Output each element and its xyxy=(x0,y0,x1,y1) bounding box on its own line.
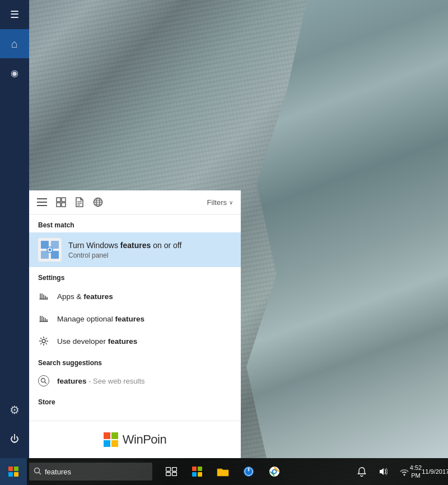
panel-web-icon[interactable] xyxy=(93,197,103,207)
suggestion-text: features - See web results xyxy=(57,377,145,385)
svg-line-38 xyxy=(40,338,41,339)
winpoin-squares-icon xyxy=(104,432,118,447)
svg-line-41 xyxy=(40,343,41,344)
best-match-text: Turn Windows features on or off Control … xyxy=(68,240,232,259)
taskbar-search-icon xyxy=(34,467,41,477)
svg-point-20 xyxy=(49,249,52,251)
manage-optional-text: Manage optional features xyxy=(57,315,144,323)
best-match-subtitle: Control panel xyxy=(68,251,232,259)
winpoin-logo: WinPoin xyxy=(104,432,166,447)
svg-point-42 xyxy=(41,379,45,383)
svg-rect-48 xyxy=(166,473,171,476)
panel-doc-icon[interactable] xyxy=(75,197,84,207)
sidebar-item-home[interactable]: ⌂ xyxy=(0,29,29,58)
taskbar-app2-button[interactable] xyxy=(236,458,261,485)
developer-icon xyxy=(38,335,49,347)
apps-features-text: Apps & features xyxy=(57,292,113,301)
settings-item-developer[interactable]: Use developer features xyxy=(29,330,241,352)
panel-menu-icon[interactable] xyxy=(37,198,47,206)
panel-branding: WinPoin xyxy=(29,421,241,458)
svg-rect-53 xyxy=(198,472,202,477)
best-match-label: Best match xyxy=(29,214,241,232)
svg-rect-0 xyxy=(37,198,47,199)
best-match-item[interactable]: Turn Windows features on or off Control … xyxy=(29,232,241,267)
taskbar-search-box[interactable] xyxy=(29,463,152,481)
svg-rect-51 xyxy=(198,467,202,471)
winpoin-text: WinPoin xyxy=(123,432,166,447)
suggestion-item-features[interactable]: features - See web results xyxy=(29,370,241,391)
panel-topbar: Filters ∨ xyxy=(29,190,241,214)
hamburger-button[interactable]: ☰ xyxy=(0,0,29,29)
svg-rect-46 xyxy=(166,468,171,472)
sidebar-item-account[interactable]: ◉ xyxy=(0,58,29,87)
panel-mystuff-icon[interactable] xyxy=(56,197,66,207)
taskbar: 4:52 PM 11/9/2017 xyxy=(0,458,448,485)
task-view-button[interactable] xyxy=(159,458,184,485)
sidebar-item-power[interactable]: ⏻ xyxy=(0,425,29,454)
start-button[interactable] xyxy=(0,458,27,485)
best-match-title: Turn Windows features on or off xyxy=(68,240,232,250)
settings-item-apps-features[interactable]: Apps & features xyxy=(29,285,241,307)
svg-rect-6 xyxy=(62,203,66,207)
svg-rect-15 xyxy=(41,241,49,249)
home-icon: ⌂ xyxy=(11,38,18,50)
svg-line-40 xyxy=(46,338,47,339)
svg-rect-47 xyxy=(172,468,177,472)
store-section-label: Store xyxy=(29,391,241,409)
title-suffix: on or off xyxy=(151,241,181,250)
svg-rect-17 xyxy=(41,251,49,259)
best-match-icon xyxy=(38,238,62,262)
title-bold: features xyxy=(120,241,151,250)
search-panel: Filters ∨ Best match xyxy=(29,190,241,458)
svg-rect-52 xyxy=(192,472,197,477)
taskbar-icons xyxy=(159,458,352,485)
svg-rect-18 xyxy=(51,251,59,259)
svg-rect-49 xyxy=(172,473,177,476)
sidebar-item-settings[interactable]: ⚙ xyxy=(0,395,29,425)
filters-button[interactable]: Filters ∨ xyxy=(207,198,233,207)
taskbar-folder-button[interactable] xyxy=(211,458,235,485)
svg-rect-5 xyxy=(57,203,60,207)
svg-rect-1 xyxy=(37,202,47,203)
svg-rect-4 xyxy=(62,198,66,202)
taskbar-tray: 4:52 PM 11/9/2017 xyxy=(352,460,448,483)
svg-rect-2 xyxy=(37,205,47,206)
suggestion-search-icon xyxy=(38,375,49,386)
svg-rect-16 xyxy=(51,241,59,249)
taskbar-app1-button[interactable] xyxy=(185,458,209,485)
svg-point-59 xyxy=(273,470,276,473)
power-icon: ⏻ xyxy=(10,434,19,444)
svg-line-45 xyxy=(39,472,41,474)
title-prefix: Turn Windows xyxy=(68,241,120,250)
time: 4:52 PM xyxy=(410,464,422,480)
date: 11/9/2017 xyxy=(422,468,448,475)
results-content: Best match Turn Windows features on or o… xyxy=(29,214,241,458)
svg-rect-50 xyxy=(192,467,197,471)
volume-icon[interactable] xyxy=(373,460,393,483)
settings-section-label: Settings xyxy=(29,267,241,285)
control-panel-icon xyxy=(40,240,60,260)
clock-display[interactable]: 4:52 PM 11/9/2017 xyxy=(416,460,444,483)
svg-point-33 xyxy=(42,339,45,343)
apps-features-icon xyxy=(38,291,49,302)
settings-item-manage-optional[interactable]: Manage optional features xyxy=(29,307,241,330)
taskbar-chrome-button[interactable] xyxy=(262,458,287,485)
svg-point-60 xyxy=(404,474,405,476)
taskbar-search-input[interactable] xyxy=(45,468,134,476)
settings-icon: ⚙ xyxy=(10,403,20,417)
svg-line-39 xyxy=(46,343,47,344)
account-icon: ◉ xyxy=(11,68,18,78)
developer-text: Use developer features xyxy=(57,337,137,346)
notification-icon[interactable] xyxy=(352,460,372,483)
suggestions-section-label: Search suggestions xyxy=(29,352,241,370)
filters-chevron-icon: ∨ xyxy=(229,199,233,206)
windows-logo-icon xyxy=(8,467,18,477)
hamburger-icon: ☰ xyxy=(10,8,19,21)
svg-point-44 xyxy=(35,468,40,473)
svg-line-43 xyxy=(45,382,47,384)
svg-rect-3 xyxy=(57,198,60,202)
start-sidebar: ☰ ⌂ ◉ ⚙ ⏻ xyxy=(0,0,29,458)
manage-optional-icon xyxy=(38,313,49,324)
filters-label: Filters xyxy=(207,198,227,207)
